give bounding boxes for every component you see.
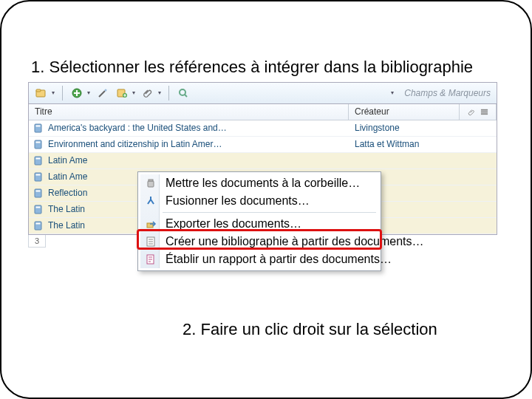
svg-rect-21	[36, 207, 41, 208]
menu-label: Établir un rapport à partir des document…	[166, 253, 392, 266]
instruction-step-2: 2. Faire un clic droit sur la sélection	[183, 319, 441, 340]
book-icon	[33, 155, 44, 166]
cell-title: Latin Ame	[48, 171, 87, 182]
cell-title: The Latin	[48, 204, 85, 214]
cell-creator: Livingstone	[349, 123, 460, 133]
cell-title: Environment and citizenship in Latin Ame…	[48, 139, 222, 149]
table-header: Titre Créateur	[29, 104, 497, 120]
menu-label: Mettre les documents à la corbeille…	[166, 177, 360, 190]
attach-button[interactable]	[141, 86, 154, 100]
svg-rect-25	[149, 180, 153, 181]
chevron-down-icon: ▾	[158, 89, 161, 96]
table-row[interactable]: America's backyard : the United States a…	[29, 120, 497, 137]
column-creator[interactable]: Créateur	[349, 104, 460, 120]
separator	[62, 86, 63, 100]
search-placeholder[interactable]: Champs & Marqueurs	[404, 88, 491, 98]
svg-rect-11	[36, 126, 41, 127]
export-icon	[144, 217, 157, 231]
report-icon	[144, 253, 157, 266]
context-menu: Mettre les documents à la corbeille… Fus…	[137, 171, 381, 271]
table-row[interactable]: Latin Ame	[29, 153, 497, 169]
svg-point-6	[180, 89, 185, 95]
menu-item-create-bibliography[interactable]: Créer une bibliographie à partir des doc…	[140, 233, 378, 250]
column-extra[interactable]	[460, 104, 497, 120]
menu-item-report[interactable]: Établir un rapport à partir des document…	[140, 250, 378, 268]
svg-rect-7	[480, 109, 487, 110]
menu-label: Créer une bibliographie à partir des doc…	[166, 235, 424, 248]
menu-label: Fusionner les documents…	[166, 194, 310, 208]
svg-point-3	[105, 89, 107, 91]
svg-rect-19	[36, 191, 41, 192]
book-icon	[33, 188, 44, 198]
separator	[168, 86, 169, 100]
svg-rect-13	[36, 142, 41, 143]
book-icon	[33, 139, 44, 149]
toolbar: ▾ ▾ ▾ ▾ ▾ Champs & Marqueurs	[28, 82, 497, 104]
book-icon	[33, 171, 44, 182]
attachment-icon	[468, 108, 476, 116]
lookup-button[interactable]	[177, 86, 190, 100]
cell-title: Latin Ame	[48, 155, 87, 166]
cell-title: The Latin	[48, 220, 85, 231]
svg-rect-15	[36, 158, 41, 160]
chevron-down-icon: ▾	[87, 89, 90, 96]
slide-frame: 1. Sélectionner les références à intégre…	[0, 0, 532, 399]
svg-rect-17	[36, 174, 41, 176]
merge-icon	[144, 194, 157, 208]
svg-rect-9	[480, 113, 487, 115]
book-icon	[33, 220, 44, 231]
cell-creator: Latta et Wittman	[349, 139, 460, 149]
chevron-down-icon: ▾	[132, 89, 135, 96]
pager[interactable]: 3	[28, 235, 46, 248]
menu-separator	[163, 212, 376, 213]
menu-item-merge[interactable]: Fusionner les documents…	[140, 192, 378, 210]
column-title[interactable]: Titre	[29, 104, 349, 120]
new-collection-button[interactable]	[35, 86, 48, 100]
new-item-button[interactable]	[70, 86, 83, 100]
bibliography-icon	[144, 235, 157, 248]
options-icon	[480, 108, 488, 116]
book-icon	[33, 123, 44, 133]
svg-rect-8	[480, 111, 487, 112]
instruction-step-1: 1. Sélectionner les références à intégre…	[31, 57, 501, 78]
svg-rect-23	[36, 223, 41, 225]
wand-button[interactable]	[96, 86, 109, 100]
svg-rect-1	[36, 89, 41, 92]
cell-title: Reflection	[48, 188, 87, 198]
svg-rect-24	[148, 181, 154, 187]
table-row[interactable]: Environment and citizenship in Latin Ame…	[29, 137, 497, 153]
cell-title: America's backyard : the United States a…	[48, 123, 227, 133]
menu-item-export[interactable]: Exporter les documents…	[140, 215, 378, 233]
menu-item-trash[interactable]: Mettre les documents à la corbeille…	[140, 174, 378, 192]
book-icon	[33, 204, 44, 214]
add-note-button[interactable]	[115, 86, 129, 100]
trash-icon	[144, 177, 157, 190]
chevron-down-icon: ▾	[391, 89, 394, 96]
menu-label: Exporter les documents…	[166, 217, 301, 231]
chevron-down-icon: ▾	[52, 89, 55, 96]
